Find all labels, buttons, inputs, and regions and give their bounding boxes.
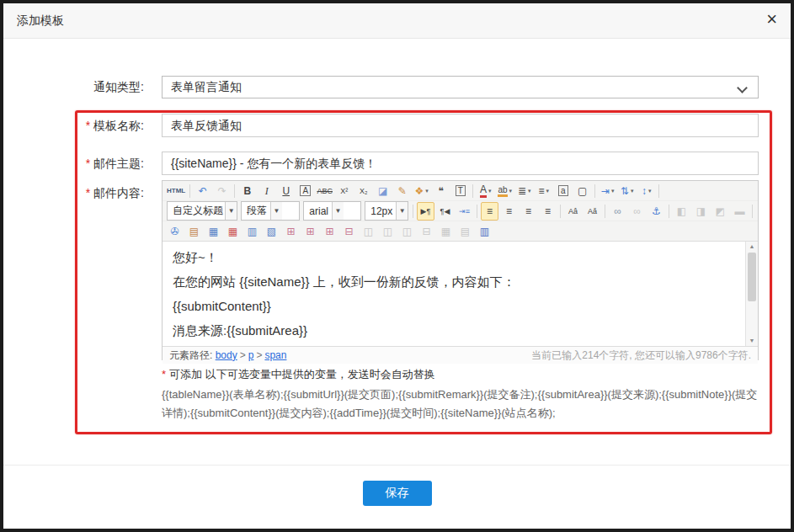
dropdown-caret-icon: ▾ [631, 188, 634, 194]
editor-toolbar-row2: 自定义标题▼ 段落▼ arial▼ 12px▼ ▶¶¶◀⇥≡≡≡≡≡AâAǎ∞∞… [163, 201, 758, 221]
media-icon[interactable]: ▥ [476, 222, 493, 241]
img-block-icon[interactable]: ▬ [731, 202, 749, 221]
dropdown-caret-icon: ▾ [425, 188, 429, 194]
cell-props-icon[interactable]: ▧ [263, 222, 280, 241]
table-icon[interactable]: ▦ [205, 222, 222, 241]
image-icon[interactable]: ▤ [185, 222, 203, 241]
align-right-icon[interactable]: ≡ [520, 202, 537, 221]
underline-icon[interactable]: U [277, 182, 295, 200]
highlight-color-icon[interactable]: ab▾ [496, 182, 514, 200]
link-icon[interactable]: ∞ [609, 202, 626, 221]
mail-subject-input[interactable]: {{siteName}} - 您有一个新的表单反馈！ [162, 152, 759, 175]
font-size-select-value: 12px [365, 205, 396, 217]
merge-cells-icon[interactable]: ◫ [360, 222, 377, 241]
ordered-list-icon[interactable]: ≣▾ [515, 182, 533, 200]
strikethrough-icon[interactable]: ABC [316, 182, 333, 200]
row2-icon-group: ▶¶¶◀⇥≡≡≡≡≡AâAǎ∞∞⚓◧◨◩▬ [416, 202, 755, 221]
lowercase-icon[interactable]: Aǎ [584, 202, 601, 221]
delete-table-icon[interactable]: ▦ [224, 222, 242, 241]
line-height-icon[interactable]: ↕▾ [637, 182, 655, 200]
dropdown-caret-icon: ▼ [225, 202, 237, 220]
img-align-right-icon[interactable]: ◩ [711, 202, 729, 221]
close-icon[interactable]: × [766, 10, 777, 29]
anchor-a-icon[interactable]: a [554, 182, 572, 200]
editor-content-area[interactable]: 您好~！在您的网站 {{siteName}} 上，收到一份新的反馈，内容如下：{… [163, 241, 758, 346]
font-color-icon[interactable]: A▾ [477, 182, 494, 200]
dropdown-caret-icon: ▾ [509, 188, 513, 194]
dropdown-caret-icon: ▾ [528, 188, 531, 194]
element-path-link[interactable]: body [216, 349, 237, 361]
save-button[interactable]: 保存 [363, 481, 432, 506]
editor-toolbar-row3: ✇▤▦▦▥▧⊞⊞⊞⊟◫◫◫⊟▦▤▥ [163, 221, 758, 241]
char-counter: 当前已输入214个字符, 您还可以输入9786个字符. [531, 348, 751, 363]
insert-row-below-icon[interactable]: ⊞ [301, 222, 319, 241]
attachment-icon[interactable]: ✇ [166, 222, 184, 241]
toolbar-separator [658, 184, 659, 198]
element-path-link[interactable]: p [248, 349, 254, 361]
img-align-left-icon[interactable]: ◧ [673, 202, 690, 221]
insert-col-icon[interactable]: ⊞ [321, 222, 338, 241]
new-page-icon[interactable]: ▢ [573, 182, 591, 200]
undo-icon[interactable]: ↶ [194, 182, 211, 200]
img-align-center-icon[interactable]: ◨ [692, 202, 710, 221]
style-select[interactable]: 自定义标题▼ [167, 201, 237, 221]
template-name-label-text: 模板名称: [93, 119, 144, 132]
align-left-icon[interactable]: ≡ [481, 202, 498, 221]
element-path-link[interactable]: span [264, 349, 286, 361]
image-upload-icon[interactable]: ▤ [456, 222, 474, 241]
uppercase-icon[interactable]: Aâ [564, 202, 582, 221]
font-family-select[interactable]: arial▼ [303, 201, 361, 221]
delete-row-icon[interactable]: ⊟ [340, 222, 358, 241]
unlink-icon[interactable]: ∞ [628, 202, 646, 221]
toolbar-separator [472, 184, 473, 198]
editor-content-line: 消息来源:{{submitArea}} [173, 318, 736, 343]
font-style-box-icon[interactable]: A [296, 182, 314, 200]
dropdown-caret-icon: ▾ [488, 188, 492, 194]
notify-type-label: 通知类型: [50, 80, 144, 95]
quick-format-icon[interactable]: ❖▾ [413, 182, 430, 200]
vertical-margin-icon[interactable]: ⇅▾ [618, 182, 636, 200]
table-props-icon[interactable]: ▥ [243, 222, 261, 241]
font-size-select[interactable]: 12px▼ [365, 201, 408, 221]
superscript-icon[interactable]: X² [335, 182, 353, 200]
toolbar-separator [234, 184, 235, 198]
scroll-up-icon[interactable]: ▲ [746, 242, 758, 252]
table-layout-icon[interactable]: ▦ [437, 222, 455, 241]
scroll-down-icon[interactable]: ▼ [746, 336, 758, 346]
dropdown-caret-icon: ▼ [396, 202, 408, 220]
template-name-label: *模板名称: [50, 119, 144, 134]
editor-content-line: 您好~！ [173, 245, 736, 269]
subscript-icon[interactable]: X₂ [354, 182, 372, 200]
toolbar-separator [477, 205, 477, 218]
split-cols-icon[interactable]: ◫ [398, 222, 416, 241]
insert-row-above-icon[interactable]: ⊞ [282, 222, 300, 241]
indent-margin-icon[interactable]: ⇥▾ [599, 182, 616, 200]
remove-format-icon[interactable]: ◪ [374, 182, 392, 200]
redo-icon[interactable]: ↷ [213, 182, 231, 200]
align-center-icon[interactable]: ≡ [500, 202, 518, 221]
italic-icon[interactable]: I [258, 182, 275, 200]
ltr-icon[interactable]: ▶¶ [417, 202, 434, 221]
html-source-icon[interactable]: HTML [166, 182, 186, 200]
rtl-icon[interactable]: ¶◀ [436, 202, 454, 221]
align-justify-icon[interactable]: ≡ [539, 202, 557, 221]
paste-text-icon[interactable]: T [451, 182, 469, 200]
editor-scrollbar[interactable]: ▲ ▼ [745, 242, 758, 346]
delete-col-icon[interactable]: ⊟ [418, 222, 435, 241]
format-painter-icon[interactable]: ✎ [393, 182, 411, 200]
template-name-input[interactable]: 表单反馈通知 [162, 114, 759, 137]
font-family-select-value: arial [304, 205, 332, 217]
blockquote-icon[interactable]: ❝ [432, 182, 450, 200]
scrollbar-thumb[interactable] [748, 253, 756, 301]
bold-icon[interactable]: B [238, 182, 256, 200]
path-separator: > [240, 349, 246, 361]
split-rows-icon[interactable]: ◫ [379, 222, 397, 241]
element-path: 元素路径: body>p>span [169, 348, 286, 363]
unordered-list-icon[interactable]: ≡▾ [535, 182, 552, 200]
notify-type-select[interactable]: 表单留言通知 [162, 76, 759, 98]
anchor-icon[interactable]: ⚓ [647, 202, 665, 221]
mail-content-label-text: 邮件内容: [93, 186, 144, 200]
toolbar-separator [605, 205, 605, 218]
paragraph-select[interactable]: 段落▼ [241, 201, 300, 221]
indent-paragraph-icon[interactable]: ⇥≡ [456, 202, 473, 221]
